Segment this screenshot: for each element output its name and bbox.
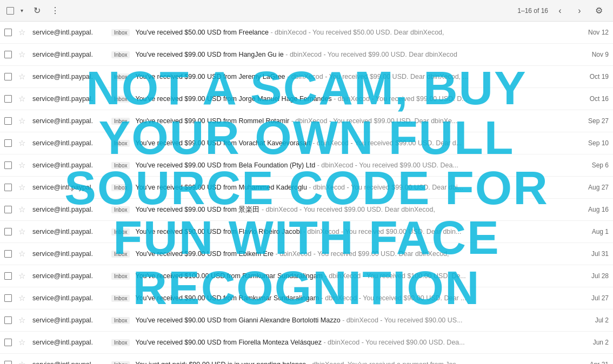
- row-checkbox[interactable]: [4, 316, 12, 324]
- email-row[interactable]: ☆ service@intl.paypal. Inbox You've rece…: [0, 199, 613, 221]
- select-all-checkbox[interactable]: [6, 7, 14, 15]
- email-row[interactable]: ☆ service@intl.paypal. Inbox You've rece…: [0, 44, 613, 66]
- email-row[interactable]: ☆ service@intl.paypal. Inbox You've rece…: [0, 88, 613, 110]
- next-page-button[interactable]: ›: [572, 3, 587, 18]
- row-subject-main: You've received $99.00 USD from Jeremy L…: [135, 73, 285, 80]
- row-star-col[interactable]: ☆: [18, 315, 29, 325]
- email-row[interactable]: ☆ service@intl.paypal. Inbox You've rece…: [0, 309, 613, 332]
- row-star-col[interactable]: ☆: [18, 50, 29, 59]
- row-from: service@intl.paypal.: [32, 228, 108, 235]
- row-from: service@intl.paypal.: [32, 95, 108, 103]
- row-subject: You've received $99.00 USD from Bela Fou…: [135, 161, 574, 169]
- toolbar-left: ▾ ↻ ⋮: [6, 3, 513, 18]
- row-subject-main: You've received $100.00 USD from Ramkuma…: [135, 272, 323, 280]
- email-row[interactable]: ☆ service@intl.paypal. Inbox You just go…: [0, 354, 613, 364]
- more-icon: ⋮: [51, 5, 59, 16]
- prev-page-button[interactable]: ‹: [552, 3, 568, 18]
- email-row[interactable]: ☆ service@intl.paypal. Inbox You've rece…: [0, 132, 613, 154]
- row-subject-main: You've received $99.00 USD from HangJen …: [135, 51, 283, 58]
- row-subject-main: You've received $99.00 USD from 景楽田: [135, 206, 259, 213]
- row-subject-main: You've received $90.00 USD from Ramkumar…: [135, 294, 319, 302]
- row-subject-sep: -: [334, 95, 338, 103]
- email-row[interactable]: ☆ service@intl.paypal. Inbox You've rece…: [0, 110, 613, 132]
- row-star-col[interactable]: ☆: [18, 205, 29, 214]
- row-checkbox-col: [4, 294, 15, 302]
- email-row[interactable]: ☆ service@intl.paypal. Inbox You've rece…: [0, 332, 613, 354]
- row-star-col[interactable]: ☆: [18, 338, 29, 347]
- row-star-col[interactable]: ☆: [18, 271, 29, 281]
- row-date: Jul 27: [577, 294, 609, 302]
- row-from: service@intl.paypal.: [32, 139, 108, 147]
- row-from: service@intl.paypal.: [32, 161, 108, 169]
- row-checkbox-col: [4, 117, 15, 125]
- email-row[interactable]: ☆ service@intl.paypal. Inbox You've rece…: [0, 221, 613, 243]
- email-row[interactable]: ☆ service@intl.paypal. Inbox You've rece…: [0, 154, 613, 177]
- row-checkbox[interactable]: [4, 95, 12, 103]
- row-subject-sep: -: [285, 51, 290, 58]
- row-subject-preview: dbinXecod - You received $99.00 USD. Dea…: [290, 51, 457, 58]
- row-star-col[interactable]: ☆: [18, 227, 29, 237]
- row-checkbox[interactable]: [4, 139, 12, 147]
- row-star-col[interactable]: ☆: [18, 72, 29, 82]
- refresh-button[interactable]: ↻: [29, 3, 44, 18]
- row-subject: You've received $100.00 USD from Ramkuma…: [135, 272, 574, 280]
- row-subject-sep: -: [312, 139, 317, 147]
- row-checkbox[interactable]: [4, 272, 12, 280]
- row-subject-sep: -: [262, 206, 266, 213]
- row-star-col[interactable]: ☆: [18, 28, 29, 37]
- row-checkbox[interactable]: [4, 294, 12, 302]
- row-badge: Inbox: [111, 162, 130, 169]
- row-star-col[interactable]: ☆: [18, 249, 29, 259]
- email-row[interactable]: ☆ service@intl.paypal. Inbox You've rece…: [0, 287, 613, 309]
- row-subject-preview: dbinXecod - You received $99.00 USD. Dea…: [266, 206, 435, 213]
- row-subject-main: You've received $90.00 USD from Flavio R…: [135, 228, 301, 235]
- row-subject-preview: dbinXecod - You received $99.00 USD. D..…: [338, 95, 468, 103]
- row-subject-main: You've received $99.00 USD from Bela Fou…: [135, 161, 315, 169]
- row-star-col[interactable]: ☆: [18, 183, 29, 192]
- row-star-col[interactable]: ☆: [18, 160, 29, 170]
- row-from: service@intl.paypal.: [32, 206, 108, 213]
- row-checkbox[interactable]: [4, 73, 12, 80]
- row-from: service@intl.paypal.: [32, 51, 108, 58]
- row-checkbox-col: [4, 228, 15, 235]
- dropdown-button[interactable]: ▾: [17, 3, 26, 18]
- email-row[interactable]: ☆ service@intl.paypal. Inbox You've rece…: [0, 66, 613, 88]
- row-checkbox[interactable]: [4, 117, 12, 125]
- row-star-col[interactable]: ☆: [18, 360, 29, 364]
- row-checkbox[interactable]: [4, 161, 12, 169]
- row-from: service@intl.paypal.: [32, 29, 108, 36]
- email-row[interactable]: ☆ service@intl.paypal. Inbox You've rece…: [0, 22, 613, 44]
- row-subject-preview: dbinXecod - You received $99.00 USD. Dea…: [291, 73, 468, 80]
- row-checkbox[interactable]: [4, 339, 12, 346]
- row-from: service@intl.paypal.: [32, 339, 108, 346]
- row-badge: Inbox: [111, 361, 130, 365]
- row-subject-preview: dbinXecod - You received $90.00 USD. Dea…: [308, 228, 462, 235]
- email-row[interactable]: ☆ service@intl.paypal. Inbox You've rece…: [0, 177, 613, 199]
- row-star-col[interactable]: ☆: [18, 293, 29, 303]
- refresh-icon: ↻: [34, 5, 41, 16]
- row-subject-preview: dbinXecod, You've received a payment fro…: [312, 361, 462, 364]
- more-button[interactable]: ⋮: [48, 3, 63, 18]
- row-badge: Inbox: [111, 51, 130, 58]
- row-subject-sep: -: [325, 272, 329, 280]
- row-subject-main: You've received $90.00 USD from Fiorella…: [135, 339, 321, 346]
- row-badge: Inbox: [111, 184, 130, 191]
- settings-button[interactable]: ⚙: [591, 3, 607, 18]
- row-star-col[interactable]: ☆: [18, 138, 29, 148]
- email-row[interactable]: ☆ service@intl.paypal. Inbox You've rece…: [0, 265, 613, 287]
- row-checkbox[interactable]: [4, 184, 12, 191]
- row-star-col[interactable]: ☆: [18, 94, 29, 104]
- row-checkbox[interactable]: [4, 250, 12, 258]
- row-subject-sep: -: [275, 250, 279, 258]
- row-checkbox[interactable]: [4, 51, 12, 58]
- row-star-col[interactable]: ☆: [18, 116, 29, 126]
- row-badge: Inbox: [111, 29, 130, 36]
- row-checkbox[interactable]: [4, 228, 12, 235]
- row-checkbox-col: [4, 139, 15, 147]
- email-row[interactable]: ☆ service@intl.paypal. Inbox You've rece…: [0, 243, 613, 265]
- row-subject-preview: dbinXecod - You received $99.00 USD. Dea…: [295, 117, 457, 125]
- row-checkbox[interactable]: [4, 29, 12, 36]
- row-checkbox[interactable]: [4, 361, 12, 364]
- row-checkbox[interactable]: [4, 206, 12, 213]
- row-subject: You've received $99.00 USD from HangJen …: [135, 51, 574, 58]
